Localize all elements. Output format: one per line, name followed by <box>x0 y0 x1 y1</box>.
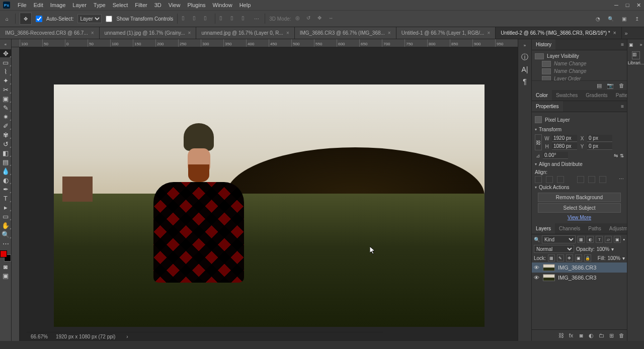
tab-doc-2[interactable]: unnamed (1).jpg @ 16.7% (Grainy...× <box>100 27 197 39</box>
window-close-icon[interactable]: ✕ <box>633 1 644 10</box>
brush-tool[interactable]: ✐ <box>0 122 11 130</box>
move-tool[interactable]: ✥ <box>0 49 11 57</box>
chevron-down-icon[interactable]: ▾ <box>611 246 614 252</box>
close-icon[interactable]: × <box>613 30 616 36</box>
tab-doc-1[interactable]: IMG_3686-Recovered.CR3 @ 66.7...× <box>0 27 100 39</box>
marquee-tool[interactable]: ▭ <box>0 58 11 66</box>
blur-tool[interactable]: 💧 <box>0 167 11 175</box>
close-icon[interactable]: × <box>487 30 490 36</box>
tab-layers[interactable]: Layers <box>532 223 555 234</box>
search-icon[interactable]: 🔍 <box>607 15 615 23</box>
menu-3d[interactable]: 3D <box>151 2 165 8</box>
angle-field[interactable] <box>543 152 568 159</box>
libraries-label[interactable]: Librari... <box>628 60 644 65</box>
mask-icon[interactable]: ◙ <box>578 332 585 339</box>
chevron-down-icon[interactable]: ▾ <box>622 255 625 261</box>
hand-tool[interactable]: ✋ <box>0 221 11 229</box>
canvas[interactable] <box>12 47 518 341</box>
filter-type-icon[interactable]: T <box>596 236 603 243</box>
status-arrow-icon[interactable]: › <box>126 334 128 339</box>
auto-select-checkbox[interactable] <box>36 16 42 22</box>
align-bottom-icon[interactable] <box>599 176 606 183</box>
tab-overflow-icon[interactable]: » <box>622 27 631 39</box>
show-transform-checkbox[interactable] <box>106 16 112 22</box>
collapse-icon[interactable]: « <box>0 40 11 48</box>
adjustment-icon[interactable]: ◐ <box>588 332 595 339</box>
document-image[interactable] <box>54 84 485 327</box>
menu-file[interactable]: File <box>14 2 30 8</box>
tab-history[interactable]: History <box>532 39 555 50</box>
lasso-tool[interactable]: ⌇ <box>0 67 11 75</box>
x-field[interactable] <box>587 135 612 142</box>
foreground-color-swatch[interactable] <box>0 250 7 257</box>
frame-tool[interactable]: ▣ <box>0 95 11 103</box>
close-icon[interactable]: × <box>91 30 94 36</box>
visibility-icon[interactable]: 👁 <box>534 275 540 281</box>
fx-icon[interactable]: fx <box>568 332 575 339</box>
expand-icon[interactable]: » <box>518 39 531 51</box>
filter-adjust-icon[interactable]: ◐ <box>587 236 594 243</box>
link-layers-icon[interactable]: ⛓ <box>557 332 565 339</box>
filter-smart-icon[interactable]: ▣ <box>614 236 621 243</box>
close-icon[interactable]: × <box>188 30 191 36</box>
menu-filter[interactable]: Filter <box>131 2 150 8</box>
path-select-tool[interactable]: ▸ <box>0 203 11 211</box>
history-brush-tool[interactable]: ↺ <box>0 140 11 148</box>
lock-all-icon[interactable]: ▦ <box>548 254 555 261</box>
gradient-tool[interactable]: ▤ <box>0 158 11 166</box>
crop-tool[interactable]: ✂ <box>0 85 11 94</box>
group-icon[interactable]: 🗀 <box>598 332 605 339</box>
menu-help[interactable]: Help <box>236 2 255 8</box>
cloud-icon[interactable]: ▣ <box>627 41 634 48</box>
align-center-h-icon[interactable] <box>546 176 553 183</box>
auto-select-target[interactable]: Layer <box>77 14 102 23</box>
history-item[interactable]: Name Change <box>535 60 624 67</box>
fill-value[interactable]: 100% <box>607 255 620 261</box>
layer-item[interactable]: 👁 IMG_3686.CR3 <box>532 263 627 273</box>
pen-tool[interactable]: ✒ <box>0 185 11 193</box>
align-more-icon[interactable]: ⋯ <box>619 176 624 183</box>
lock-paint-icon[interactable]: ✎ <box>557 254 564 261</box>
tab-swatches[interactable]: Swatches <box>552 90 582 101</box>
tab-doc-6[interactable]: Untitled-2 @ 66.7% (IMG_3686.CR3, RGB/16… <box>496 27 621 39</box>
tab-color[interactable]: Color <box>532 90 552 101</box>
align-center-h-icon[interactable]: ▯ <box>193 15 200 22</box>
select-subject-button[interactable]: Select Subject <box>538 203 621 213</box>
layer-item[interactable]: 👁 IMG_3686.CR3 <box>532 273 627 283</box>
close-icon[interactable]: × <box>388 30 391 36</box>
shape-tool[interactable]: ▭ <box>0 212 11 220</box>
new-layer-icon[interactable]: ⊞ <box>608 332 615 339</box>
menu-layer[interactable]: Layer <box>69 2 90 8</box>
remove-background-button[interactable]: Remove Background <box>538 193 621 202</box>
section-align[interactable]: Align and Distribute <box>535 160 624 168</box>
menu-plugins[interactable]: Plugins <box>184 2 209 8</box>
menu-image[interactable]: Image <box>47 2 69 8</box>
menu-window[interactable]: Window <box>209 2 236 8</box>
eyedropper-tool[interactable]: ✎ <box>0 104 11 112</box>
visibility-icon[interactable]: 👁 <box>534 265 540 271</box>
section-transform[interactable]: Transform <box>535 125 624 134</box>
layer-thumb[interactable] <box>543 274 555 281</box>
libraries-icon[interactable]: ▥ <box>632 51 640 59</box>
align-top-icon[interactable] <box>577 176 584 183</box>
panel-menu-icon[interactable]: ≡ <box>618 42 627 47</box>
doc-info[interactable]: 1920 px x 1080 px (72 ppi) <box>56 334 115 339</box>
ruler-horizontal[interactable]: 1005005010015020025030035040045050055060… <box>12 39 518 47</box>
search-icon[interactable]: 🔍 <box>534 237 540 242</box>
zoom-level[interactable]: 66.67% <box>31 334 48 339</box>
type-tool[interactable]: T <box>0 194 11 202</box>
edit-toolbar-icon[interactable]: ⋯ <box>0 239 11 247</box>
layer-name[interactable]: IMG_3686.CR3 <box>558 265 596 271</box>
menu-type[interactable]: Type <box>90 2 109 8</box>
align-left-icon[interactable]: ▯ <box>182 15 189 22</box>
align-bottom-icon[interactable]: ▯ <box>242 15 249 22</box>
tab-channels[interactable]: Channels <box>555 223 584 234</box>
align-left-icon[interactable] <box>535 176 542 183</box>
dodge-tool[interactable]: ◐ <box>0 176 11 184</box>
cloud-doc-icon[interactable]: ◔ <box>594 15 602 23</box>
tab-properties[interactable]: Properties <box>532 101 563 112</box>
history-item[interactable]: Name Change <box>535 67 624 75</box>
paragraph-icon[interactable]: ¶ <box>518 75 531 88</box>
quick-select-tool[interactable]: ✦ <box>0 76 11 84</box>
trash-icon[interactable]: 🗑 <box>618 82 625 89</box>
